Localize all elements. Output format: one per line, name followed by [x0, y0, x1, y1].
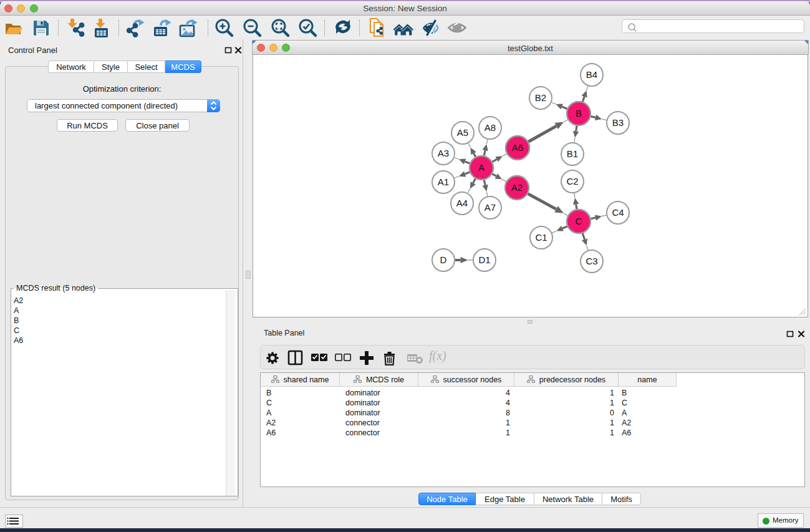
svg-text:A5: A5: [457, 127, 468, 138]
svg-text:A8: A8: [485, 122, 496, 133]
svg-text:C: C: [576, 216, 582, 226]
svg-text:C4: C4: [612, 207, 624, 218]
svg-text:D: D: [440, 254, 447, 265]
svg-text:A1: A1: [438, 177, 449, 187]
svg-text:C1: C1: [535, 232, 547, 243]
svg-text:D1: D1: [478, 254, 490, 265]
svg-text:B: B: [576, 108, 582, 118]
svg-text:B4: B4: [586, 69, 597, 80]
svg-text:A3: A3: [438, 148, 449, 158]
svg-text:C2: C2: [566, 176, 578, 186]
svg-text:B1: B1: [567, 148, 578, 159]
svg-text:B2: B2: [535, 92, 546, 103]
svg-text:B3: B3: [612, 117, 624, 128]
svg-text:A6: A6: [512, 142, 523, 153]
svg-text:A4: A4: [456, 198, 468, 208]
svg-text:A: A: [478, 162, 485, 173]
svg-text:A7: A7: [485, 202, 496, 213]
svg-text:C3: C3: [586, 256, 597, 266]
svg-text:A2: A2: [511, 182, 523, 193]
